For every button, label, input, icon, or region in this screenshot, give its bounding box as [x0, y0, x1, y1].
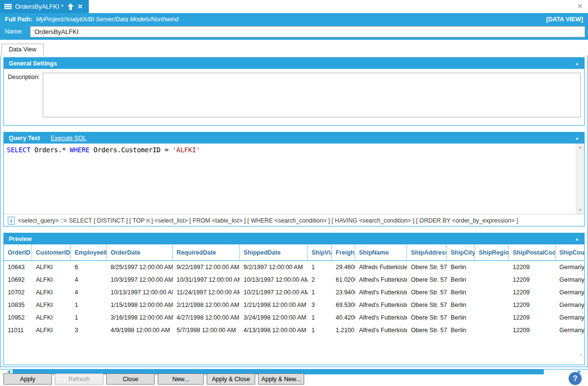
- query-text-section: Query Text Execute SQL ▲ SELECT Orders.*…: [3, 132, 585, 226]
- checkin-up-arrow-icon[interactable]: [67, 3, 74, 10]
- window-close-icon[interactable]: ✕: [577, 2, 583, 10]
- table-cell: 10/13/1997 12:00:00 AM: [107, 286, 173, 299]
- refresh-button[interactable]: Refresh: [55, 373, 103, 385]
- sql-syntax-hint-row: i <select_query> ::= SELECT [ DISTINCT ]…: [4, 214, 584, 226]
- column-header-orderdate[interactable]: OrderDate: [107, 244, 173, 260]
- table-cell: 3/24/1998 12:00:00 AM: [240, 311, 308, 324]
- table-cell: 1.2100: [332, 324, 355, 337]
- table-row[interactable]: 11011ALFKI34/9/1998 12:00:00 AM5/7/1998 …: [4, 324, 584, 337]
- table-cell: 2/12/1998 12:00:00 AM: [173, 299, 240, 311]
- column-header-shipcountry[interactable]: ShipCountry: [555, 244, 584, 260]
- table-cell: 29.4600: [332, 261, 355, 273]
- table-cell: Berlin: [447, 324, 475, 337]
- table-cell: 2: [308, 273, 332, 286]
- table-cell: Alfred's Futterkiste: [355, 286, 407, 299]
- general-settings-header: General Settings ▲: [4, 58, 584, 69]
- collapse-preview-icon[interactable]: ▲: [575, 237, 579, 241]
- name-input[interactable]: [30, 26, 585, 37]
- new-button[interactable]: New...: [158, 373, 204, 385]
- sql-query-text[interactable]: SELECT Orders.* WHERE Orders.CustomerID …: [4, 144, 584, 156]
- table-row[interactable]: 10952ALFKI13/16/1998 12:00:00 AM4/27/199…: [4, 311, 584, 324]
- table-cell: 69.5300: [332, 299, 355, 311]
- column-header-shipname[interactable]: ShipName: [355, 244, 407, 260]
- table-cell: 4/9/1998 12:00:00 AM: [107, 324, 173, 337]
- column-header-requireddate[interactable]: RequiredDate: [173, 244, 240, 260]
- table-cell: 3: [71, 324, 107, 337]
- table-cell: 3/16/1998 12:00:00 AM: [107, 311, 173, 324]
- name-row: Name:: [0, 25, 588, 40]
- column-header-shipcity[interactable]: ShipCity: [447, 244, 475, 260]
- table-cell: ALFKI: [32, 324, 71, 337]
- help-button[interactable]: ?: [569, 372, 582, 385]
- column-header-orderid[interactable]: OrderID: [4, 244, 32, 260]
- table-row[interactable]: 10835ALFKI11/15/1998 12:00:00 AM2/12/199…: [4, 299, 584, 311]
- preview-vertical-scrollbar[interactable]: ▲ ▼: [578, 261, 584, 357]
- scroll-up-icon[interactable]: ▲: [579, 262, 583, 266]
- table-cell: 12209: [509, 311, 555, 324]
- column-header-shipaddress[interactable]: ShipAddress: [407, 244, 447, 260]
- apply-new-button[interactable]: Apply & New...: [258, 373, 304, 385]
- scroll-down-icon[interactable]: ▼: [579, 353, 583, 356]
- execute-sql-link[interactable]: Execute SQL: [50, 135, 86, 142]
- document-tab-close-icon[interactable]: ✕: [78, 3, 83, 10]
- table-cell: 1/15/1998 12:00:00 AM: [107, 299, 173, 311]
- scroll-down-icon[interactable]: ▼: [578, 208, 582, 212]
- table-cell: 1: [71, 299, 107, 311]
- sql-syntax-hint: <select_query> ::= SELECT [ DISTINCT ] […: [18, 217, 518, 224]
- sql-editor-scrollbar[interactable]: ▲ ▼: [576, 144, 584, 214]
- description-label: Description:: [8, 73, 43, 126]
- table-cell: Berlin: [447, 299, 475, 311]
- table-cell: [475, 273, 509, 286]
- table-cell: Berlin: [447, 286, 475, 299]
- column-header-shippeddate[interactable]: ShippedDate: [240, 244, 308, 260]
- table-cell: 61.0200: [332, 273, 355, 286]
- table-row[interactable]: 10702ALFKI410/13/1997 12:00:00 AM11/24/1…: [4, 286, 584, 299]
- tab-data-view[interactable]: Data View: [1, 44, 44, 55]
- table-cell: [475, 299, 509, 311]
- collapse-query-text-icon[interactable]: ▲: [575, 136, 579, 141]
- sql-token-plain: Orders.*: [31, 146, 70, 154]
- full-path-label: Full Path:: [5, 16, 33, 23]
- table-row[interactable]: 10692ALFKI410/3/1997 12:00:00 AM10/31/19…: [4, 273, 584, 286]
- sql-editor[interactable]: SELECT Orders.* WHERE Orders.CustomerID …: [4, 144, 584, 214]
- table-cell: Berlin: [447, 261, 475, 273]
- table-cell: 4/13/1998 12:00:00 AM: [240, 324, 308, 337]
- table-cell: [475, 261, 509, 273]
- table-cell: 10/13/1997 12:00:00 AM: [240, 273, 308, 286]
- close-button[interactable]: Close: [106, 373, 155, 385]
- table-cell: 1: [308, 286, 332, 299]
- table-cell: 3: [308, 299, 332, 311]
- data-view-mode-badge: [DATA VIEW]: [546, 16, 583, 23]
- table-cell: 23.9400: [332, 286, 355, 299]
- table-cell: 10692: [4, 273, 32, 286]
- column-header-freight[interactable]: Freight: [332, 244, 355, 260]
- table-header-row: OrderIDCustomerIDEmployeeIDOrderDateRequ…: [4, 244, 584, 261]
- preview-section: Preview ▲ OrderIDCustomerIDEmployeeIDOrd…: [3, 233, 585, 365]
- data-view-panel: General Settings ▲ Description: Query Te…: [0, 55, 588, 367]
- document-tab-title: OrdersByALFKI *: [15, 3, 64, 10]
- description-textarea[interactable]: [43, 73, 581, 117]
- document-tab-bar: OrdersByALFKI * ✕ ✕: [0, 0, 588, 13]
- sql-token-kw: SELECT: [7, 146, 31, 154]
- table-cell: 4/27/1998 12:00:00 AM: [173, 311, 240, 324]
- table-row[interactable]: 10643ALFKI68/25/1997 12:00:00 AM9/22/199…: [4, 261, 584, 273]
- column-header-shipvia[interactable]: ShipVia: [308, 244, 332, 260]
- scroll-up-icon[interactable]: ▲: [578, 145, 582, 149]
- apply-button[interactable]: Apply: [3, 373, 52, 385]
- general-settings-section: General Settings ▲ Description:: [3, 57, 585, 126]
- preview-header: Preview ▲: [4, 233, 584, 244]
- document-tab-ordersbyalfki[interactable]: OrdersByALFKI * ✕: [0, 0, 89, 13]
- apply-close-button[interactable]: Apply & Close: [207, 373, 255, 385]
- column-header-customerid[interactable]: CustomerID: [32, 244, 71, 260]
- table-cell: 1: [308, 261, 332, 273]
- column-header-shipregion[interactable]: ShipRegion: [475, 244, 509, 260]
- collapse-general-settings-icon[interactable]: ▲: [575, 61, 579, 66]
- table-cell: 5/7/1998 12:00:00 AM: [173, 324, 240, 337]
- table-cell: 12209: [509, 324, 555, 337]
- table-cell: 1/21/1998 12:00:00 AM: [240, 299, 308, 311]
- column-header-shippostalcode[interactable]: ShipPostalCode: [509, 244, 555, 260]
- table-cell: 10835: [4, 299, 32, 311]
- sql-token-kw: WHERE: [70, 146, 90, 154]
- table-cell: Obere Str. 57: [407, 261, 447, 273]
- column-header-employeeid[interactable]: EmployeeID: [71, 244, 107, 260]
